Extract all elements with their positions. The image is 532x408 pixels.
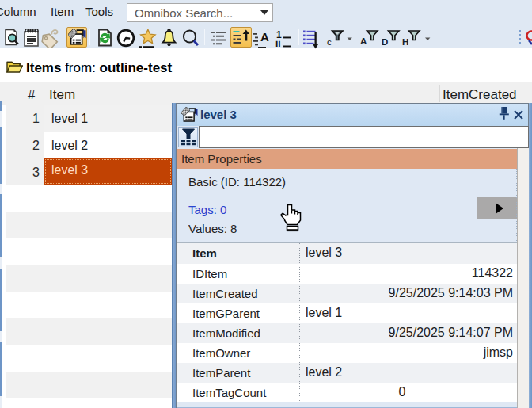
svg-text:H: H [402, 37, 408, 47]
svg-text:D: D [382, 37, 388, 47]
svg-text:A: A [360, 36, 367, 46]
svg-text:c: c [327, 37, 332, 47]
svg-text:A: A [260, 30, 269, 44]
svg-text:ii: ii [276, 38, 281, 48]
